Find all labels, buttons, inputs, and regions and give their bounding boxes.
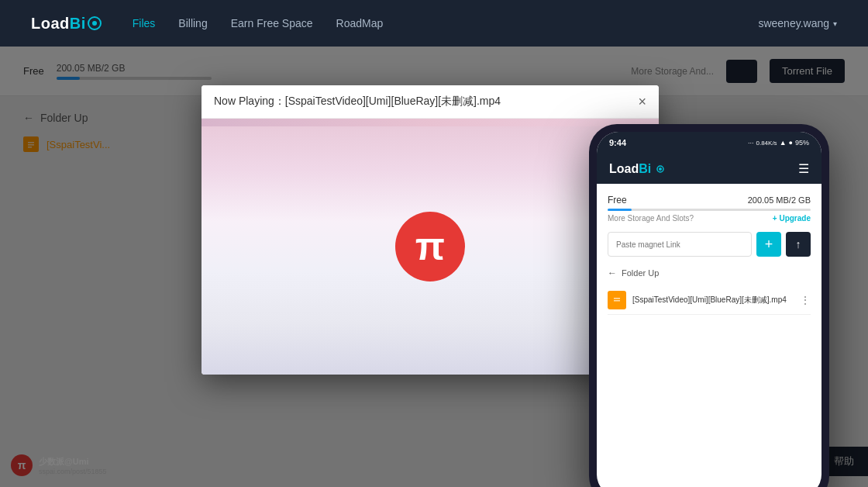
phone-upgrade-row: More Storage And Slots? + Upgrade: [608, 214, 811, 223]
chevron-down-icon: ▾: [833, 19, 837, 28]
phone-screen: 9:44 ··· 0.84K/s ▲ ● 95% LoadBi: [597, 132, 822, 487]
phone-logo-icon: [656, 165, 664, 173]
phone-navbar: LoadBi ☰: [597, 154, 822, 184]
nav-roadmap[interactable]: RoadMap: [336, 17, 384, 29]
phone-menu-button[interactable]: ☰: [798, 161, 809, 176]
phone-file-icon: [608, 291, 626, 309]
modal-title: Now Playing：[SspaiTestVideo][Umi][BlueRa…: [214, 95, 501, 109]
phone-more-storage: More Storage And Slots?: [608, 214, 694, 223]
phone-storage-header: Free 200.05 MB/2 GB: [608, 195, 811, 206]
phone-bar-fill: [608, 209, 632, 211]
pi-symbol: π: [415, 227, 445, 266]
logo-icon: [88, 16, 102, 30]
phone-logo-accent: Bi: [639, 162, 651, 175]
svg-point-7: [659, 168, 662, 171]
navbar: LoadBi Files Billing Earn Free Space Roa…: [0, 0, 868, 47]
phone-file-item[interactable]: [SspaiTestVideo][Umi][BlueRay][未删减].mp4 …: [608, 286, 811, 315]
upload-icon: ↑: [796, 238, 801, 250]
modal-header: Now Playing：[SspaiTestVideo][Umi][BlueRa…: [202, 85, 659, 119]
pi-logo: π: [395, 212, 465, 281]
video-top-bar: [202, 119, 659, 126]
phone-storage-size: 200.05 MB/2 GB: [748, 195, 811, 205]
phone-status-bar: 9:44 ··· 0.84K/s ▲ ● 95%: [597, 132, 822, 154]
phone-folder-up-label: Folder Up: [622, 268, 659, 278]
phone-status-icons: ··· 0.84K/s ▲ ● 95%: [748, 139, 809, 147]
signal-dots: ···: [748, 139, 754, 147]
nav-files[interactable]: Files: [133, 17, 156, 29]
logo-accent: Bi: [70, 15, 86, 32]
phone-document-icon: [612, 295, 622, 306]
nav-links: Files Billing Earn Free Space RoadMap: [133, 17, 759, 29]
phone-magnet-input[interactable]: [608, 232, 752, 257]
phone-folder-up[interactable]: ← Folder Up: [608, 268, 811, 278]
speed-indicator: 0.84K/s: [756, 140, 777, 147]
phone-input-row: + ↑: [608, 232, 811, 257]
phone-add-button[interactable]: +: [756, 232, 781, 257]
phone-upgrade-button[interactable]: + Upgrade: [773, 214, 811, 223]
svg-rect-9: [614, 298, 620, 299]
phone-storage-bar: [608, 209, 811, 211]
phone-time: 9:44: [609, 138, 626, 147]
nav-earn-free-space[interactable]: Earn Free Space: [231, 17, 313, 29]
phone-file-more-button[interactable]: ⋮: [800, 294, 811, 306]
phone-free-label: Free: [608, 195, 627, 206]
phone-back-arrow-icon: ←: [608, 268, 617, 278]
svg-point-1: [92, 21, 97, 26]
phone-content: Free 200.05 MB/2 GB More Storage And Slo…: [597, 184, 822, 487]
main-content: Free 200.05 MB/2 GB More Storage And... …: [0, 47, 868, 487]
signal-bars: ▲: [780, 139, 787, 147]
phone-file-name: [SspaiTestVideo][Umi][BlueRay][未删减].mp4: [632, 295, 794, 306]
logo-text: LoadBi: [31, 15, 86, 33]
battery-icon: 95%: [795, 139, 809, 147]
logo[interactable]: LoadBi: [31, 15, 102, 33]
phone-mockup: 9:44 ··· 0.84K/s ▲ ● 95% LoadBi: [589, 124, 829, 487]
nav-user[interactable]: sweeney.wang ▾: [758, 17, 837, 29]
nav-billing[interactable]: Billing: [178, 17, 207, 29]
nav-username: sweeney.wang: [758, 17, 829, 29]
hamburger-icon: ☰: [798, 162, 809, 175]
modal-close-button[interactable]: ×: [638, 95, 646, 109]
wifi-icon: ●: [789, 139, 793, 147]
phone-logo: LoadBi: [609, 162, 664, 176]
svg-rect-10: [614, 300, 620, 302]
phone-upload-button[interactable]: ↑: [786, 232, 811, 257]
